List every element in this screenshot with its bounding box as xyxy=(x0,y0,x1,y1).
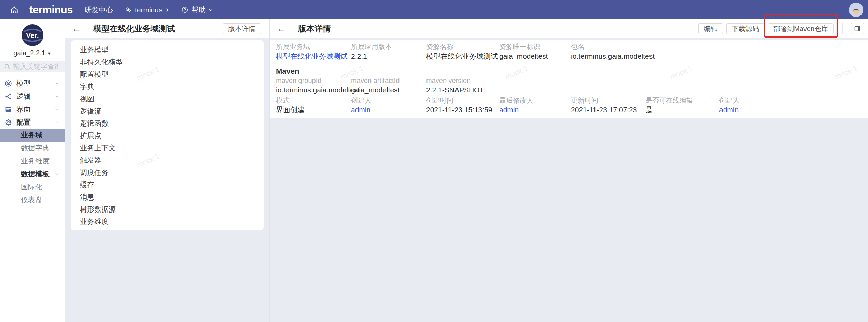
sidebar-item-config[interactable]: 配置 xyxy=(0,116,65,129)
collapse-panel-button[interactable] xyxy=(851,23,864,34)
terminus-logo[interactable]: terminus xyxy=(29,4,73,16)
nav-help[interactable]: 帮助 xyxy=(181,5,213,15)
resource-type-list: 业务模型 非持久化模型 配置模型 字典 视图 逻辑流 逻辑函数 扩展点 业务上下… xyxy=(71,40,264,230)
sidebar-item-business-dimension[interactable]: 业务维度 xyxy=(0,155,65,167)
field-mode: 模式 界面创建 xyxy=(276,97,351,114)
header-actions: 编辑 下载源码 部署到Maven仓库 xyxy=(698,23,864,34)
divider xyxy=(842,23,843,34)
layout-panel-icon xyxy=(854,25,861,32)
sidebar-item-label: 国际化 xyxy=(21,182,60,192)
list-item-non-persistent-model[interactable]: 非持久化模型 xyxy=(71,56,264,68)
basic-info-section: 所属业务域 模型在线化业务域测试 所属应用版本 2.2.1 资源名称 模型在线化… xyxy=(270,40,868,64)
list-item-view[interactable]: 视图 xyxy=(71,93,264,105)
nav-help-label: 帮助 xyxy=(191,5,206,15)
field-maven-groupid: maven groupId io.terminus.gaia.modeltest xyxy=(276,77,351,94)
business-domain-link[interactable]: 模型在线化业务域测试 xyxy=(276,52,351,60)
version-selector-label: gaia_2.2.1 xyxy=(13,49,45,57)
list-item-logic-flow[interactable]: 逻辑流 xyxy=(71,105,264,117)
nav-workspace-label: terminus xyxy=(135,6,163,14)
list-item-trigger[interactable]: 触发器 xyxy=(71,154,264,166)
team-icon xyxy=(125,6,132,14)
field-resource-name: 资源名称 模型在线化业务域测试 xyxy=(426,43,499,60)
domain-title: 模型在线化业务域测试 xyxy=(93,23,175,34)
model-icon xyxy=(5,80,12,87)
config-gear-icon xyxy=(5,119,12,126)
creator-link-2[interactable]: admin xyxy=(719,106,868,114)
download-source-button[interactable]: 下载源码 xyxy=(726,23,765,34)
search-input[interactable] xyxy=(13,63,58,71)
version-badge-icon: Ver. xyxy=(22,24,43,46)
field-app-version: 所属应用版本 2.2.1 xyxy=(351,43,426,60)
sidebar-item-label: 数据字典 xyxy=(21,143,60,153)
caret-down-icon: ▼ xyxy=(47,51,51,55)
chevron-down-icon xyxy=(54,106,60,112)
logic-icon xyxy=(5,93,12,100)
version-detail-card: 所属业务域 模型在线化业务域测试 所属应用版本 2.2.1 资源名称 模型在线化… xyxy=(270,40,868,118)
list-item-logic-function[interactable]: 逻辑函数 xyxy=(71,117,264,130)
sidebar-item-logic[interactable]: 逻辑 xyxy=(0,90,65,103)
version-detail-header: ← 版本详情 编辑 下载源码 部署到Maven仓库 xyxy=(270,19,868,38)
version-detail-button[interactable]: 版本详情 xyxy=(223,23,261,34)
resource-list-panel: ← 模型在线化业务域测试 版本详情 业务模型 非持久化模型 配置模型 字典 视图… xyxy=(65,19,270,322)
deploy-to-maven-button[interactable]: 部署到Maven仓库 xyxy=(768,23,834,34)
chevron-down-icon xyxy=(54,80,60,86)
list-item-extension-point[interactable]: 扩展点 xyxy=(71,130,264,142)
sidebar-item-label: 数据模板 xyxy=(21,169,54,179)
sidebar-item-dashboard[interactable]: 仪表盘 xyxy=(0,193,65,206)
field-maven-artifactid: maven artifactId gaia_modeltest xyxy=(351,77,426,94)
version-detail-title: 版本详情 xyxy=(298,23,331,34)
field-last-modifier: 最后修改人 admin xyxy=(499,97,571,114)
list-item-scheduled-task[interactable]: 调度任务 xyxy=(71,166,264,179)
field-creator: 创建人 admin xyxy=(351,97,426,114)
meta-section: 模式 界面创建 创建人 admin 创建时间 2021-11-23 15:13:… xyxy=(270,94,868,118)
sidebar-item-business-domain[interactable]: 业务域 xyxy=(0,129,65,142)
list-item-business-dimension[interactable]: 业务维度 xyxy=(71,216,264,228)
nav-rd-center[interactable]: 研发中心 xyxy=(84,5,113,15)
list-item-message[interactable]: 消息 xyxy=(71,191,264,203)
question-circle-icon xyxy=(181,6,188,13)
user-avatar[interactable] xyxy=(849,3,863,17)
last-modifier-link[interactable]: admin xyxy=(499,106,571,114)
sidebar-item-model[interactable]: 模型 xyxy=(0,77,65,90)
version-detail-panel: ← 版本详情 编辑 下载源码 部署到Maven仓库 所属业务域 模型在线化 xyxy=(270,19,868,322)
creator-link[interactable]: admin xyxy=(351,106,426,114)
sidebar-item-label: 配置 xyxy=(16,117,54,127)
sidebar-item-label: 业务域 xyxy=(21,130,60,140)
sidebar-menu: 模型 逻辑 界面 xyxy=(0,77,65,206)
list-item-business-context[interactable]: 业务上下文 xyxy=(71,142,264,154)
resource-list-header: ← 模型在线化业务域测试 版本详情 xyxy=(65,19,270,38)
back-arrow-icon[interactable]: ← xyxy=(72,25,81,33)
edit-button[interactable]: 编辑 xyxy=(698,23,723,34)
list-item-tree-datasource[interactable]: 树形数据源 xyxy=(71,203,264,216)
sidebar-item-interface[interactable]: 界面 xyxy=(0,103,65,116)
list-item-dictionary[interactable]: 字典 xyxy=(71,80,264,93)
nav-workspace[interactable]: terminus xyxy=(125,6,170,14)
search-icon xyxy=(4,63,11,70)
list-item-business-model[interactable]: 业务模型 xyxy=(71,44,264,56)
field-online-editable: 是否可在线编辑 是 xyxy=(645,97,719,114)
divider xyxy=(292,19,292,38)
sidebar-item-label: 逻辑 xyxy=(16,91,54,101)
sidebar: Ver. gaia_2.2.1 ▼ 模型 逻辑 xyxy=(0,19,65,322)
sidebar-item-label: 仪表盘 xyxy=(21,195,60,205)
field-business-domain: 所属业务域 模型在线化业务域测试 xyxy=(276,43,351,60)
list-item-cache[interactable]: 缓存 xyxy=(71,179,264,191)
version-selector[interactable]: gaia_2.2.1 ▼ xyxy=(0,49,65,57)
back-arrow-icon[interactable]: ← xyxy=(277,25,285,33)
sidebar-item-i18n[interactable]: 国际化 xyxy=(0,180,65,193)
sidebar-item-data-dictionary[interactable]: 数据字典 xyxy=(0,142,65,155)
field-create-time: 创建时间 2021-11-23 15:13:59 xyxy=(426,97,499,114)
field-package-name: 包名 io.terminus.gaia.modeltest xyxy=(571,43,868,60)
top-navigation-bar: terminus 研发中心 terminus 帮助 xyxy=(0,0,868,19)
divider xyxy=(270,64,868,64)
sidebar-item-data-template[interactable]: 数据模板 xyxy=(0,167,65,180)
sidebar-item-label: 界面 xyxy=(16,104,54,114)
maven-section-title: Maven xyxy=(276,67,868,76)
divider xyxy=(87,19,87,38)
field-resource-key: 资源唯一标识 gaia_modeltest xyxy=(499,43,571,60)
chevron-down-icon xyxy=(54,93,60,99)
home-icon[interactable] xyxy=(8,3,21,17)
list-item-config-model[interactable]: 配置模型 xyxy=(71,68,264,80)
chevron-down-icon xyxy=(208,8,213,12)
chevron-up-icon xyxy=(54,119,60,125)
